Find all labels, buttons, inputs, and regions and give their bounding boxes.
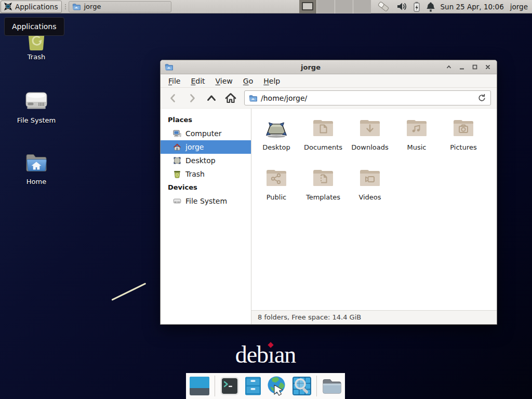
file-manager-window: jorge FileEditViewGoHelp /home/jorge/ Pl… bbox=[160, 60, 497, 325]
taskbar-window-label: jorge bbox=[84, 3, 101, 10]
sidebar-item-desktop[interactable]: Desktop bbox=[161, 154, 251, 167]
desktop: { "colors": { "selection_blue": "#4a8ad4… bbox=[0, 0, 532, 399]
back-icon bbox=[167, 92, 179, 104]
workspace-3[interactable] bbox=[335, 0, 353, 14]
applications-tooltip: Applications bbox=[4, 17, 64, 36]
workspace-4[interactable] bbox=[353, 0, 371, 14]
show-desktop-icon bbox=[189, 376, 210, 396]
battery-icon[interactable] bbox=[413, 2, 420, 12]
file-item-templates[interactable]: Templates bbox=[300, 163, 347, 212]
forward-icon bbox=[187, 92, 198, 104]
close-button[interactable] bbox=[484, 63, 491, 71]
debian-logo-dot bbox=[268, 342, 273, 348]
dock-launcher-terminal[interactable] bbox=[220, 376, 240, 396]
file-item-pictures[interactable]: Pictures bbox=[440, 113, 487, 163]
panel-clock[interactable]: Sun 25 Apr, 10:06 bbox=[441, 3, 504, 11]
file-item-label: Music bbox=[407, 143, 427, 151]
nav-buttons bbox=[166, 91, 237, 105]
volume-icon[interactable] bbox=[396, 2, 407, 11]
sidebar-section-devices: Devices bbox=[161, 181, 251, 194]
shade-button[interactable] bbox=[445, 63, 453, 71]
file-item-desktop[interactable]: Desktop bbox=[253, 113, 300, 163]
up-button[interactable] bbox=[205, 91, 218, 105]
sidebar-item-label: jorge bbox=[185, 143, 204, 151]
menu-help[interactable]: Help bbox=[258, 75, 285, 87]
harddrive-small-icon bbox=[173, 197, 181, 205]
forward-button[interactable] bbox=[185, 91, 199, 105]
desktop-icon-label: File System bbox=[17, 116, 56, 124]
toolbar: /home/jorge/ bbox=[161, 88, 497, 109]
file-cabinet-icon bbox=[244, 376, 262, 396]
file-view[interactable]: DesktopDocumentsDownloadsMusicPicturesPu… bbox=[251, 109, 497, 324]
harddrive-large-icon bbox=[23, 86, 50, 114]
file-item-videos[interactable]: Videos bbox=[347, 163, 393, 212]
dock-separator bbox=[316, 376, 317, 396]
menu-file[interactable]: File bbox=[163, 75, 185, 87]
dock-launcher-show-desktop[interactable] bbox=[189, 376, 210, 396]
file-item-label: Templates bbox=[306, 193, 340, 201]
file-item-label: Public bbox=[267, 193, 286, 201]
file-item-label: Videos bbox=[358, 193, 381, 201]
folder-templates-icon bbox=[311, 163, 336, 193]
desktop-icon-label: Trash bbox=[28, 53, 45, 61]
file-item-label: Desktop bbox=[262, 143, 290, 151]
pager-window-preview bbox=[302, 2, 313, 10]
eraser-icon[interactable] bbox=[377, 1, 391, 13]
dock-launcher-file-cabinet[interactable] bbox=[244, 376, 262, 396]
file-item-label: Documents bbox=[304, 143, 342, 151]
desktop-icon-home[interactable]: Home bbox=[11, 148, 61, 185]
folder-music-icon bbox=[404, 113, 429, 143]
system-tray bbox=[377, 1, 435, 13]
maximize-button[interactable] bbox=[471, 63, 478, 71]
path-bar[interactable]: /home/jorge/ bbox=[244, 90, 491, 105]
statusbar: 8 folders, Free space: 14.4 GiB bbox=[251, 310, 497, 324]
dock-launcher-file-manager-folder[interactable] bbox=[322, 376, 342, 396]
sidebar-item-file-system[interactable]: File System bbox=[161, 194, 251, 208]
desktop-icon-file-system[interactable]: File System bbox=[11, 86, 61, 124]
sidebar-section-places: Places bbox=[161, 113, 251, 127]
notifications-bell-icon[interactable] bbox=[426, 2, 435, 12]
maximize-icon bbox=[472, 64, 478, 70]
back-button[interactable] bbox=[166, 91, 180, 105]
top-panel: Applications jorge Sun 25 Apr, 10:06 jor… bbox=[0, 0, 532, 14]
sidebar: PlacesComputerjorgeDesktopTrashDevicesFi… bbox=[161, 109, 251, 324]
menu-go[interactable]: Go bbox=[238, 75, 258, 87]
dock-launcher-application-finder[interactable] bbox=[292, 376, 312, 396]
workspace-1[interactable] bbox=[299, 0, 317, 14]
menu-edit[interactable]: Edit bbox=[185, 75, 210, 87]
path-text[interactable]: /home/jorge/ bbox=[261, 94, 474, 102]
debian-logo-i: ı bbox=[268, 341, 274, 368]
minimize-button[interactable] bbox=[458, 63, 466, 71]
window-titlebar[interactable]: jorge bbox=[161, 60, 497, 74]
file-item-label: Downloads bbox=[351, 143, 388, 151]
menu-view[interactable]: View bbox=[210, 75, 238, 87]
sidebar-item-trash[interactable]: Trash bbox=[161, 167, 251, 181]
file-item-documents[interactable]: Documents bbox=[300, 113, 347, 163]
dock-launcher-web-browser-globe[interactable] bbox=[267, 376, 287, 396]
reload-icon[interactable] bbox=[477, 94, 486, 102]
applications-menu-label: Applications bbox=[15, 3, 58, 11]
taskbar-window-button[interactable]: jorge bbox=[69, 1, 171, 12]
file-item-public[interactable]: Public bbox=[253, 163, 300, 212]
home-folder-large-icon bbox=[23, 148, 50, 176]
folder-videos-icon bbox=[357, 163, 382, 193]
panel-username[interactable]: jorge bbox=[510, 3, 528, 11]
workspace-2[interactable] bbox=[316, 0, 335, 14]
file-item-music[interactable]: Music bbox=[393, 113, 440, 163]
panel-separator-handle[interactable] bbox=[63, 2, 68, 12]
folder-downloads-icon bbox=[357, 113, 382, 143]
window-title: jorge bbox=[176, 63, 445, 71]
trash-small-icon bbox=[173, 170, 181, 178]
sidebar-item-computer[interactable]: Computer bbox=[161, 127, 251, 140]
sidebar-item-jorge[interactable]: jorge bbox=[161, 140, 251, 154]
home-red-roof-icon bbox=[173, 143, 181, 151]
file-item-downloads[interactable]: Downloads bbox=[347, 113, 393, 163]
close-icon bbox=[485, 64, 491, 70]
desktop-pad-icon bbox=[264, 113, 289, 143]
home-button[interactable] bbox=[224, 91, 237, 105]
minimize-icon bbox=[459, 64, 465, 70]
shade-icon bbox=[446, 64, 452, 70]
computer-icon bbox=[173, 129, 181, 138]
applications-menu-button[interactable]: Applications bbox=[1, 1, 62, 13]
sidebar-item-label: Computer bbox=[185, 129, 222, 138]
